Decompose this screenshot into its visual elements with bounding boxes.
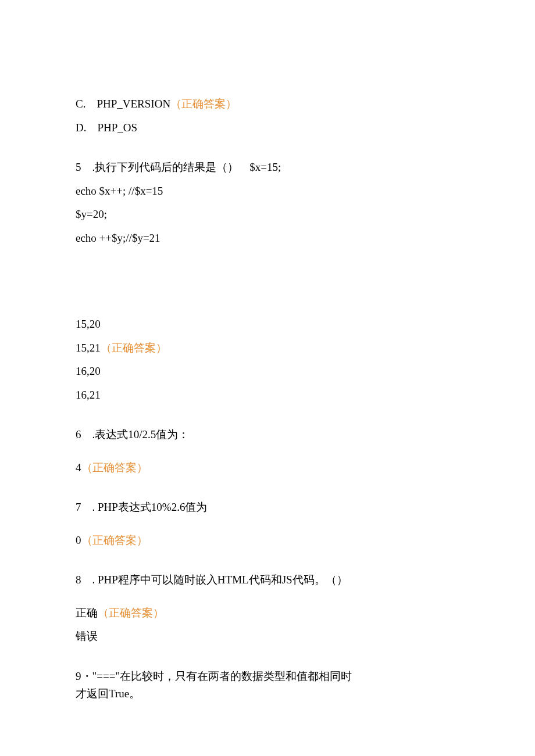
option-d: D. PHP_OS (76, 120, 459, 137)
option-c: C. PHP_VERSION（正确答案） (76, 96, 459, 113)
question-6: 6 .表达式10/2.5值为： 4（正确答案） (76, 427, 459, 476)
option-c-text: C. PHP_VERSION (76, 98, 170, 110)
correct-mark: （正确答案） (81, 461, 148, 474)
q8-a1-text: 正确 (76, 607, 98, 619)
q8-a2: 错误 (76, 628, 459, 645)
q5-code3: echo ++$y;//$y=21 (76, 230, 459, 247)
q6-ans-text: 4 (76, 461, 81, 474)
document-page: C. PHP_VERSION（正确答案） D. PHP_OS 5 .执行下列代码… (0, 0, 535, 756)
q5-code2: $y=20; (76, 206, 459, 223)
correct-mark: （正确答案） (101, 342, 167, 354)
q7-title: 7 . PHP表达式10%2.6值为 (76, 499, 459, 516)
q6-answer: 4（正确答案） (76, 460, 459, 476)
q5-a1: 15,20 (76, 316, 459, 333)
option-d-text: D. PHP_OS (76, 121, 137, 134)
q5-title: 5 .执行下列代码后的结果是（） $x=15; (76, 159, 459, 176)
q6-title: 6 .表达式10/2.5值为： (76, 427, 459, 443)
q8-a1: 正确（正确答案） (76, 605, 459, 622)
q7-ans-text: 0 (76, 534, 81, 546)
q5-code1: echo $x++; //$x=15 (76, 183, 459, 200)
question-5-head: 5 .执行下列代码后的结果是（） $x=15; echo $x++; //$x=… (76, 159, 459, 246)
question-5-answers: 15,20 15,21（正确答案） 16,20 16,21 (76, 316, 459, 403)
q9-l1: 9・"==="在比较时，只有在两者的数据类型和值都相同时 (76, 668, 459, 685)
q7-answer: 0（正确答案） (76, 532, 459, 549)
correct-mark: （正确答案） (170, 98, 237, 110)
q5-a4: 16,21 (76, 387, 459, 404)
correct-mark: （正确答案） (98, 607, 164, 619)
question-9: 9・"==="在比较时，只有在两者的数据类型和值都相同时 才返回True。 (76, 668, 459, 703)
q5-a2: 15,21（正确答案） (76, 340, 459, 357)
question-7: 7 . PHP表达式10%2.6值为 0（正确答案） (76, 499, 459, 549)
correct-mark: （正确答案） (81, 534, 148, 546)
q5-a2-text: 15,21 (76, 342, 101, 354)
q8-title: 8 . PHP程序中可以随时嵌入HTML代码和JS代码。（） (76, 572, 459, 589)
question-8: 8 . PHP程序中可以随时嵌入HTML代码和JS代码。（） 正确（正确答案） … (76, 572, 459, 645)
q5-a3: 16,20 (76, 363, 459, 380)
q9-l2: 才返回True。 (76, 686, 459, 703)
